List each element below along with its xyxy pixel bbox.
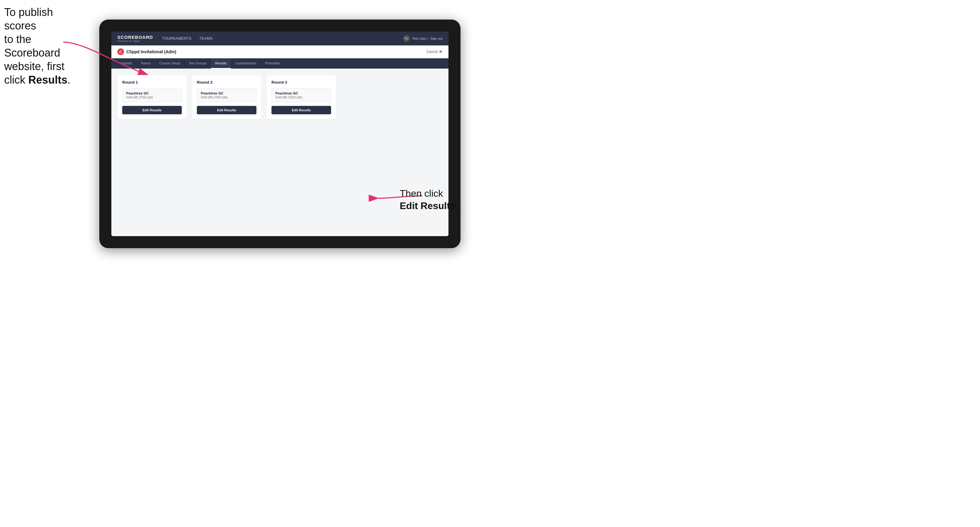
user-label: Test User | [412,37,428,40]
rounds-grid: Round 1 Peachtree GC Gold (M) (7010 yds)… [118,75,442,119]
cancel-button[interactable]: Cancel ✕ [426,49,442,54]
tab-leaderboards[interactable]: Leaderboards [231,58,261,68]
tabs-bar: Details Teams Course Setup Tee Groups Re… [111,58,449,68]
arrow1 [60,39,151,78]
nav-tournaments[interactable]: TOURNAMENTS [162,35,191,42]
instruction2-period: . [455,200,458,211]
round1-label: Round 1 [122,80,182,84]
round3-course-name: Peachtree GC [275,91,327,95]
instruction-line2: to the Scoreboard [4,33,60,59]
round2-course-card: Peachtree GC Gold (M) (7010 yds) [197,88,256,102]
instruction2-bold: Edit Results [400,200,455,211]
round1-course-name: Peachtree GC [126,91,178,95]
edit-results-btn-1[interactable]: Edit Results [122,106,182,114]
instruction-line1: To publish scores [4,6,53,32]
round-card-2: Round 2 Peachtree GC Gold (M) (7010 yds)… [192,75,261,119]
edit-results-btn-2[interactable]: Edit Results [197,106,256,114]
instruction-line3: website, first [4,60,64,73]
header-right: TU Test User | Sign out [403,35,442,42]
cancel-label: Cancel [426,50,438,54]
tournament-bar: C Clippd Invitational (Adm) Cancel ✕ [111,45,449,58]
round-card-1: Round 1 Peachtree GC Gold (M) (7010 yds)… [118,75,187,119]
tab-printables[interactable]: Printables [261,58,285,68]
round2-course-name: Peachtree GC [201,91,253,95]
round-card-3: Round 3 Peachtree GC Gold (M) (7010 yds)… [267,75,336,119]
device-frame: SCOREBOARD Powered by clippd TOURNAMENTS… [99,19,460,248]
close-icon: ✕ [439,49,442,54]
round1-course-info: Gold (M) (7010 yds) [126,96,178,99]
main-content: Round 1 Peachtree GC Gold (M) (7010 yds)… [111,68,449,236]
nav-teams[interactable]: TEAMS [199,35,213,42]
sign-out-link[interactable]: Sign out [430,37,442,40]
tab-tee-groups[interactable]: Tee Groups [185,58,211,68]
round1-course-card: Peachtree GC Gold (M) (7010 yds) [122,88,182,102]
round3-label: Round 3 [272,80,331,84]
device-screen: SCOREBOARD Powered by clippd TOURNAMENTS… [111,32,449,236]
nav-links: TOURNAMENTS TEAMS [162,35,403,42]
user-avatar: TU [403,35,410,42]
round2-label: Round 2 [197,80,256,84]
round2-course-info: Gold (M) (7010 yds) [201,96,253,99]
app-header: SCOREBOARD Powered by clippd TOURNAMENTS… [111,32,449,45]
round3-course-info: Gold (M) (7010 yds) [275,96,327,99]
instruction-text-2: Then click Edit Results. [400,187,478,213]
tab-results[interactable]: Results [211,58,231,68]
instruction-line4: click [4,74,28,86]
round3-course-card: Peachtree GC Gold (M) (7010 yds) [272,88,331,102]
edit-results-btn-3[interactable]: Edit Results [272,106,331,114]
tab-course-setup[interactable]: Course Setup [155,58,185,68]
instruction2-line1: Then click [400,188,443,199]
